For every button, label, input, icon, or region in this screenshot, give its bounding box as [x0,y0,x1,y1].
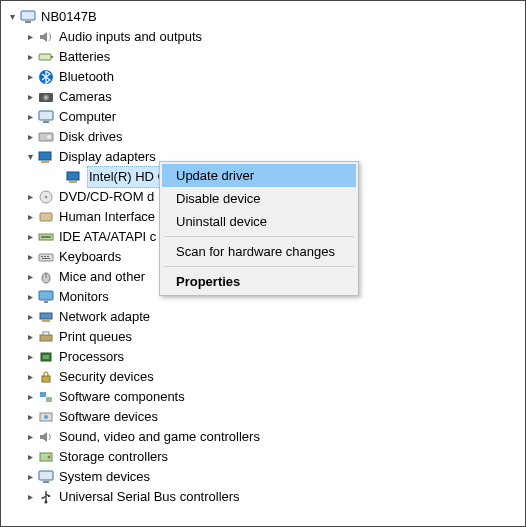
chevron-right-icon[interactable]: ▸ [23,52,37,62]
tree-item-cameras[interactable]: ▸ Cameras [5,87,521,107]
chevron-right-icon[interactable]: ▸ [23,32,37,42]
svg-rect-1 [25,21,31,23]
tree-item-network[interactable]: ▸ Network adapte [5,307,521,327]
chevron-right-icon[interactable]: ▸ [23,332,37,342]
ide-icon [37,229,55,245]
svg-rect-3 [51,56,53,58]
tree-item-computer[interactable]: ▸ Computer [5,107,521,127]
menu-scan-hardware[interactable]: Scan for hardware changes [162,240,356,263]
sound-icon [37,429,55,445]
menu-uninstall-device[interactable]: Uninstall device [162,210,356,233]
svg-point-7 [45,96,48,99]
tree-item-label: DVD/CD-ROM d [59,187,154,207]
chevron-right-icon[interactable]: ▸ [23,212,37,222]
printer-icon [37,329,55,345]
chevron-right-icon[interactable]: ▸ [23,292,37,302]
tree-item-label: Security devices [59,367,154,387]
svg-rect-43 [39,471,53,480]
tree-item-label: Keyboards [59,247,121,267]
camera-icon [37,89,55,105]
hid-icon [37,209,55,225]
tree-item-system[interactable]: ▸ System devices [5,467,521,487]
chevron-right-icon[interactable]: ▸ [23,192,37,202]
tree-item-sound[interactable]: ▸ Sound, video and game controllers [5,427,521,447]
tree-item-label: Processors [59,347,124,367]
tree-item-label: Software devices [59,407,158,427]
svg-rect-2 [39,54,51,60]
display-adapter-icon [37,149,55,165]
menu-item-label: Scan for hardware changes [176,244,335,259]
svg-rect-38 [46,397,52,402]
tree-item-label: Cameras [59,87,112,107]
svg-rect-25 [42,258,50,259]
tree-item-audio[interactable]: ▸ Audio inputs and outputs [5,27,521,47]
chevron-down-icon[interactable]: ▾ [5,12,19,22]
chevron-right-icon[interactable]: ▸ [23,112,37,122]
svg-rect-31 [42,320,50,322]
svg-rect-36 [42,376,50,382]
svg-rect-20 [41,236,51,238]
battery-icon [37,49,55,65]
disk-drive-icon [37,129,55,145]
tree-item-swdev[interactable]: ▸ Software devices [5,407,521,427]
tree-item-label: Display adapters [59,147,156,167]
tree-item-label: Human Interface [59,207,155,227]
svg-rect-33 [43,332,49,335]
chevron-right-icon[interactable]: ▸ [23,472,37,482]
tree-item-label: Storage controllers [59,447,168,467]
keyboard-icon [37,249,55,265]
tree-item-label: Monitors [59,287,109,307]
chevron-right-icon[interactable]: ▸ [23,92,37,102]
svg-point-42 [48,456,51,459]
svg-rect-14 [67,172,79,180]
svg-rect-18 [40,213,52,221]
tree-item-storage[interactable]: ▸ Storage controllers [5,447,521,467]
chevron-right-icon[interactable]: ▸ [23,132,37,142]
tree-item-label: Mice and other [59,267,145,287]
tree-item-label: Print queues [59,327,132,347]
chevron-right-icon[interactable]: ▸ [23,312,37,322]
svg-rect-23 [44,256,46,257]
chevron-right-icon[interactable]: ▸ [23,352,37,362]
tree-root-label: NB0147B [41,7,97,27]
tree-item-printqueues[interactable]: ▸ Print queues [5,327,521,347]
chevron-right-icon[interactable]: ▸ [23,492,37,502]
tree-item-swcomp[interactable]: ▸ Software components [5,387,521,407]
chevron-right-icon[interactable]: ▸ [23,272,37,282]
tree-item-label: Batteries [59,47,110,67]
svg-rect-32 [40,335,52,341]
chevron-right-icon[interactable]: ▸ [23,392,37,402]
tree-item-processors[interactable]: ▸ Processors [5,347,521,367]
software-device-icon [37,409,55,425]
menu-disable-device[interactable]: Disable device [162,187,356,210]
menu-item-label: Update driver [176,168,254,183]
system-device-icon [37,469,55,485]
tree-item-label: Audio inputs and outputs [59,27,202,47]
chevron-right-icon[interactable]: ▸ [23,252,37,262]
storage-controller-icon [37,449,55,465]
chevron-right-icon[interactable]: ▸ [23,372,37,382]
svg-rect-29 [44,301,48,303]
menu-separator [164,236,354,237]
chevron-right-icon[interactable]: ▸ [23,72,37,82]
tree-item-usb[interactable]: ▸ Universal Serial Bus controllers [5,487,521,507]
spacer: ▸ [51,172,65,182]
svg-rect-12 [39,152,51,160]
svg-rect-21 [39,254,53,261]
menu-item-label: Uninstall device [176,214,267,229]
tree-item-security[interactable]: ▸ Security devices [5,367,521,387]
chevron-down-icon[interactable]: ▾ [23,152,37,162]
tree-item-label: System devices [59,467,150,487]
chevron-right-icon[interactable]: ▸ [23,412,37,422]
chevron-right-icon[interactable]: ▸ [23,432,37,442]
menu-properties[interactable]: Properties [162,270,356,293]
tree-root[interactable]: ▾ NB0147B [5,7,521,27]
tree-item-bluetooth[interactable]: ▸ Bluetooth [5,67,521,87]
tree-item-batteries[interactable]: ▸ Batteries [5,47,521,67]
menu-update-driver[interactable]: Update driver [162,164,356,187]
tree-item-label: Bluetooth [59,67,114,87]
tree-item-diskdrives[interactable]: ▸ Disk drives [5,127,521,147]
chevron-right-icon[interactable]: ▸ [23,452,37,462]
svg-rect-13 [41,161,49,163]
chevron-right-icon[interactable]: ▸ [23,232,37,242]
